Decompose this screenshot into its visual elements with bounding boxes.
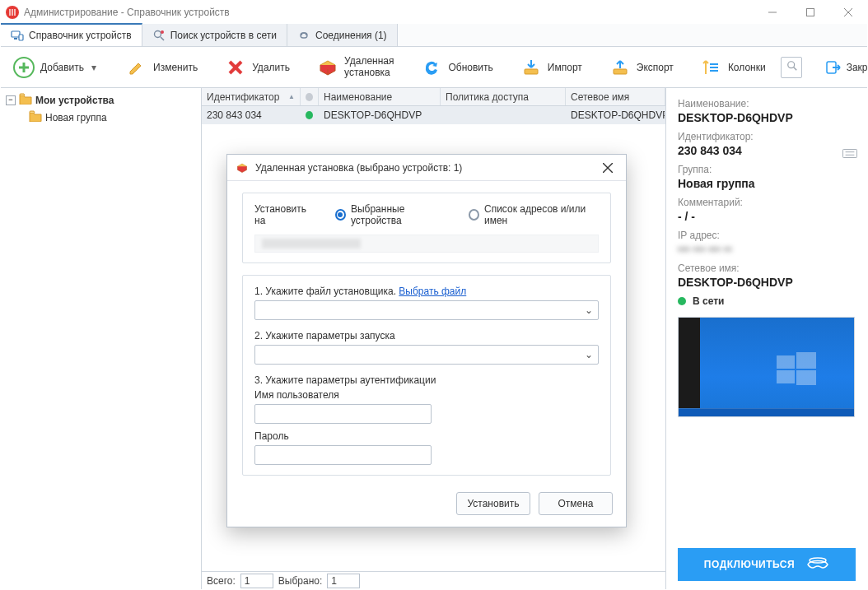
step1-label: 1. Укажите файл установщика. <box>254 286 396 297</box>
svg-point-10 <box>154 30 161 37</box>
id-label: Идентификатор: <box>678 131 856 142</box>
toolbar: Добавить ▾ Изменить Удалить Удаленная ус… <box>1 47 867 88</box>
screen-thumbnail[interactable] <box>678 317 855 417</box>
export-icon <box>609 56 632 79</box>
remote-install-button[interactable]: Удаленная установка <box>310 53 400 82</box>
app-icon <box>6 6 19 19</box>
import-button[interactable]: Импорт <box>513 53 589 82</box>
app-window: Администрирование - Справочник устройств… <box>0 0 868 590</box>
window-title: Администрирование - Справочник устройств <box>24 7 754 18</box>
statusbar: Всего: 1 Выбрано: 1 <box>202 571 665 589</box>
password-input[interactable] <box>254 445 432 465</box>
edit-button[interactable]: Изменить <box>119 53 204 82</box>
refresh-button[interactable]: Обновить <box>413 53 499 82</box>
x-icon <box>224 56 247 79</box>
delete-button[interactable]: Удалить <box>217 53 296 82</box>
install-params-panel: 1. Укажите файл установщика. Выбрать фай… <box>242 275 611 476</box>
tree-item-label: Новая группа <box>45 112 107 123</box>
titlebar: Администрирование - Справочник устройств <box>1 1 867 24</box>
th-netname[interactable]: Сетевое имя <box>566 88 665 105</box>
status-line: В сети <box>678 295 856 307</box>
add-button[interactable]: Добавить ▾ <box>6 53 105 82</box>
install-button[interactable]: Установить <box>456 492 530 515</box>
svg-point-12 <box>161 30 164 34</box>
columns-icon <box>700 56 723 79</box>
choose-file-link[interactable]: Выбрать файл <box>399 286 466 297</box>
columns-button[interactable]: Колонки <box>693 53 772 82</box>
selected-value: 1 <box>327 574 360 588</box>
th-id[interactable]: Идентификатор▲ <box>202 88 301 105</box>
svg-rect-19 <box>614 69 627 74</box>
close-tab-button[interactable]: Закрыть <box>819 56 868 79</box>
id-value: 230 843 034 <box>678 144 742 157</box>
search-icon[interactable] <box>786 60 798 74</box>
window-minimize-button[interactable] <box>754 1 791 24</box>
svg-rect-25 <box>842 150 856 158</box>
link-icon <box>297 29 310 42</box>
name-value: DESKTOP-D6QHDVP <box>678 111 856 124</box>
search-net-icon <box>152 29 166 42</box>
ip-label: IP адрес: <box>678 230 856 241</box>
tab-label: Поиск устройств в сети <box>170 30 277 41</box>
svg-rect-29 <box>796 352 816 369</box>
search-input-wrapper <box>781 57 802 78</box>
sort-asc-icon: ▲ <box>288 93 295 100</box>
comment-value: - / - <box>678 210 856 223</box>
import-icon <box>520 56 543 79</box>
tabs-bar: Справочник устройств Поиск устройств в с… <box>1 24 867 47</box>
tab-label: Соединения (1) <box>315 30 387 41</box>
step3-label: 3. Укажите параметры аутентификации <box>254 374 599 386</box>
install-target-panel: Установить на Выбранные устройства Списо… <box>242 193 611 263</box>
username-input[interactable] <box>254 404 432 424</box>
tree-root-label: Мои устройства <box>35 95 114 106</box>
table-body: 230 843 034 DESKTOP-D6QHDVP DESKTOP-D6QH… <box>202 106 665 571</box>
svg-rect-18 <box>525 69 538 74</box>
tree-root[interactable]: − Мои устройства <box>4 91 198 109</box>
tab-connections[interactable]: Соединения (1) <box>287 24 398 46</box>
dialog-close-button[interactable] <box>598 158 618 178</box>
connect-button[interactable]: ПОДКЛЮЧИТЬСЯ <box>678 548 856 581</box>
th-status[interactable] <box>301 88 319 105</box>
plus-icon <box>12 56 35 79</box>
tab-network-search[interactable]: Поиск устройств в сети <box>142 24 287 46</box>
refresh-icon <box>420 56 443 79</box>
window-close-button[interactable] <box>829 1 867 24</box>
th-name[interactable]: Наименование <box>319 88 441 105</box>
launch-params-select[interactable]: ⌄ <box>254 345 599 365</box>
th-policy[interactable]: Политика доступа <box>441 88 566 105</box>
svg-rect-30 <box>777 370 795 383</box>
status-text: В сети <box>693 295 724 307</box>
dialog-title: Удаленная установка (выбрано устройств: … <box>255 162 591 174</box>
net-value: DESKTOP-D6QHDVP <box>678 276 856 289</box>
install-on-label: Установить на <box>254 203 314 226</box>
total-value: 1 <box>240 574 273 588</box>
cancel-button[interactable]: Отмена <box>539 492 613 515</box>
folder-icon <box>29 110 42 124</box>
radio-address-list[interactable]: Список адресов и/или имен <box>469 203 599 226</box>
window-maximize-button[interactable] <box>791 1 829 24</box>
svg-rect-28 <box>777 355 795 369</box>
tree-item[interactable]: Новая группа <box>27 109 198 126</box>
ip-value: ••• ••• ••• •• <box>678 243 856 256</box>
installer-file-select[interactable]: ⌄ <box>254 300 599 320</box>
keyboard-icon[interactable] <box>842 149 856 157</box>
svg-line-11 <box>161 37 164 40</box>
dialog-overlay: Удаленная установка (выбрано устройств: … <box>202 106 665 571</box>
export-button[interactable]: Экспорт <box>602 53 680 82</box>
dialog-titlebar: Удаленная установка (выбрано устройств: … <box>227 155 626 181</box>
tab-device-directory[interactable]: Справочник устройств <box>1 23 142 46</box>
main-area: − Мои устройства Новая группа Идентифика… <box>1 88 867 589</box>
radio-selected-devices[interactable]: Выбранные устройства <box>335 203 447 226</box>
exit-icon <box>825 59 842 76</box>
status-online-icon <box>678 297 686 305</box>
tree-collapse-icon[interactable]: − <box>6 95 16 105</box>
password-label: Пароль <box>254 430 599 442</box>
folder-icon <box>19 93 32 107</box>
pencil-icon <box>125 56 148 79</box>
chevron-down-icon: ▾ <box>89 62 99 73</box>
total-label: Всего: <box>207 575 236 587</box>
svg-rect-4 <box>807 9 814 16</box>
devices-icon <box>11 29 24 42</box>
chevron-down-icon: ⌄ <box>585 349 593 360</box>
svg-rect-31 <box>796 370 816 385</box>
